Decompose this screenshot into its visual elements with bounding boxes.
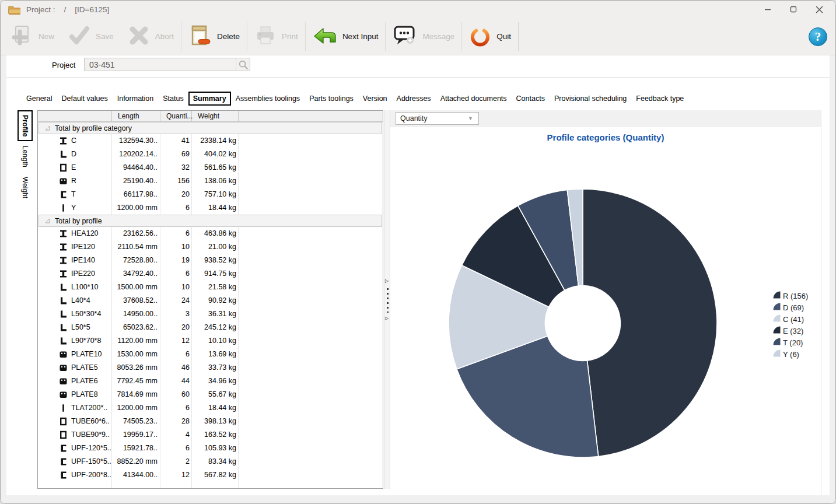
cell-weight: 561.65 kg xyxy=(191,163,236,172)
column-header-length[interactable]: Length xyxy=(112,111,160,122)
message-button[interactable]: Message xyxy=(386,20,461,53)
collapse-arrow-icon[interactable]: ▷ xyxy=(385,278,389,284)
legend-marker-icon xyxy=(773,349,781,359)
tab-addresses[interactable]: Addresses xyxy=(392,92,436,106)
tab-attached-documents[interactable]: Attached documents xyxy=(436,92,512,106)
cell-quantity: 19 xyxy=(162,256,190,264)
delete-button[interactable]: Delete xyxy=(181,20,247,53)
cell-quantity: 6 xyxy=(162,229,190,237)
project-input[interactable] xyxy=(85,60,236,69)
table-row[interactable]: TLAT200*..1200.00 mm618.44 kg xyxy=(38,401,383,415)
minimize-button[interactable] xyxy=(755,1,781,18)
panel-splitter[interactable]: ▷ ▷ xyxy=(384,110,390,489)
cell-profile-name: L50*5 xyxy=(71,323,90,331)
collapse-arrow-icon[interactable]: ▷ xyxy=(385,316,389,321)
table-row[interactable]: PLATE58053.26 mm4633.73 kg xyxy=(38,361,383,374)
table-row[interactable]: HEA12023162.56..6463.86 kg xyxy=(38,227,383,240)
table-row[interactable]: IPE22034792.40..6914.75 kg xyxy=(38,267,383,281)
cell-length: 1200.00 mm xyxy=(90,204,158,212)
cell-weight: 83.34 kg xyxy=(191,457,236,466)
table-row[interactable]: Y1200.00 mm618.44 kg xyxy=(38,201,383,215)
table-row[interactable]: IPE14072528.80..19938.52 kg xyxy=(38,254,383,267)
profile-plate-icon xyxy=(60,177,68,186)
cell-quantity: 10 xyxy=(162,243,190,251)
table-row[interactable]: IPE1202110.54 mm1021.00 kg xyxy=(38,240,383,254)
power-icon xyxy=(469,24,491,49)
legend-item: T (20) xyxy=(773,337,808,348)
cell-length: 14950.00.. xyxy=(90,310,158,318)
maximize-button[interactable] xyxy=(781,1,806,18)
cell-length: 132594.30.. xyxy=(90,136,158,145)
cell-length: 120202.14.. xyxy=(90,150,158,158)
group-row[interactable]: Total by profile xyxy=(39,215,382,227)
tab-general[interactable]: General xyxy=(22,92,57,106)
tab-default-values[interactable]: Default values xyxy=(57,92,112,106)
cell-quantity: 12 xyxy=(162,471,190,479)
close-button[interactable] xyxy=(806,1,832,18)
cell-quantity: 41 xyxy=(162,136,190,145)
group-row[interactable]: Total by profile category xyxy=(39,122,382,134)
quit-button[interactable]: Quit xyxy=(462,20,518,53)
cross-icon xyxy=(128,24,150,49)
cell-length: 1120.00 mm xyxy=(90,337,158,345)
side-tab-profile[interactable]: Profile xyxy=(18,110,33,141)
tab-status[interactable]: Status xyxy=(158,92,188,106)
help-button[interactable]: ? xyxy=(808,27,828,47)
new-button[interactable]: New xyxy=(4,20,61,53)
table-row[interactable]: L90*70*81120.00 mm1210.10 kg xyxy=(38,334,383,348)
table-row[interactable]: UPF-120*5..15921.78..6105.93 kg xyxy=(38,442,383,455)
tab-feedback-type[interactable]: Feedback type xyxy=(631,92,688,106)
search-icon[interactable] xyxy=(236,58,250,71)
profile-tube-icon xyxy=(60,430,68,439)
expand-triangle-icon[interactable] xyxy=(45,218,50,223)
metric-dropdown[interactable]: Quantity ▼ xyxy=(396,112,479,125)
table-row[interactable]: R25190.40..156138.06 kg xyxy=(38,174,383,188)
chart-legend: R (156)D (69)C (41)E (32)T (20)Y (6) xyxy=(773,290,808,360)
table-row[interactable]: PLATE101530.00 mm613.69 kg xyxy=(38,348,383,361)
table-row[interactable]: TUBE60*6..74505.23..28398.13 kg xyxy=(38,415,383,428)
table-row[interactable]: C132594.30..412338.14 kg xyxy=(38,134,383,148)
table-row[interactable]: PLATE67792.45 mm4434.96 kg xyxy=(38,374,383,388)
table-row[interactable]: T66117.98..20757.10 kg xyxy=(38,188,383,201)
cell-quantity: 6 xyxy=(162,444,190,452)
column-header-profile[interactable] xyxy=(38,111,112,122)
column-header-weight[interactable]: Weight xyxy=(192,111,239,122)
print-button[interactable]: Print xyxy=(247,20,305,53)
tab-version[interactable]: Version xyxy=(358,92,392,106)
cell-profile-name: T xyxy=(71,190,76,198)
tab-summary[interactable]: Summary xyxy=(188,92,231,106)
content-panel: Project GeneralDefault valuesInformation… xyxy=(6,55,830,495)
table-row[interactable]: UPF-150*5..8852.20 mm283.34 kg xyxy=(38,455,383,468)
tab-provisional-scheduling[interactable]: Provisional scheduling xyxy=(550,92,631,106)
table-row[interactable]: E94464.40..32561.65 kg xyxy=(38,161,383,174)
table-row[interactable]: L50*30*414950.00..336.31 kg xyxy=(38,307,383,321)
table-row[interactable]: L100*101500.00 mm1021.58 kg xyxy=(38,281,383,294)
next-input-button[interactable]: Next Input xyxy=(306,20,386,53)
cell-length: 94464.40.. xyxy=(90,163,158,172)
side-tab-length[interactable]: Length xyxy=(18,141,33,172)
table-row[interactable]: TUBE90*9..19959.17..4163.52 kg xyxy=(38,428,383,442)
cell-length: 7814.69 mm xyxy=(90,390,158,398)
save-button[interactable]: Save xyxy=(61,20,121,53)
column-header-quanti[interactable]: Quanti... xyxy=(160,111,192,122)
expand-triangle-icon[interactable] xyxy=(45,125,50,131)
table-row[interactable]: D120202.14..69404.02 kg xyxy=(38,148,383,161)
tab-information[interactable]: Information xyxy=(113,92,159,106)
legend-label: Y (6) xyxy=(783,350,799,359)
table-row[interactable]: L40*437608.52..2490.92 kg xyxy=(38,294,383,307)
cell-weight: 21.58 kg xyxy=(191,283,236,291)
tab-assemblies-toolings[interactable]: Assemblies toolings xyxy=(231,92,305,106)
splitter-grip[interactable] xyxy=(387,288,389,313)
table-row[interactable]: UPF-200*8..41344.00..12567.82 kg xyxy=(38,468,383,482)
cell-quantity: 12 xyxy=(162,337,190,345)
side-tab-weight[interactable]: Weight xyxy=(18,172,33,203)
cell-quantity: 2 xyxy=(162,457,190,466)
table-row[interactable]: PLATE87814.69 mm6055.67 kg xyxy=(38,388,383,401)
abort-button[interactable]: Abort xyxy=(121,20,181,53)
tab-contacts[interactable]: Contacts xyxy=(512,92,550,106)
tab-parts-toolings[interactable]: Parts toolings xyxy=(305,92,358,106)
cell-weight: 105.93 kg xyxy=(191,444,236,452)
cell-quantity: 69 xyxy=(162,150,190,158)
print-button-label: Print xyxy=(282,32,298,41)
table-row[interactable]: L50*565023.62..20245.12 kg xyxy=(38,321,383,334)
